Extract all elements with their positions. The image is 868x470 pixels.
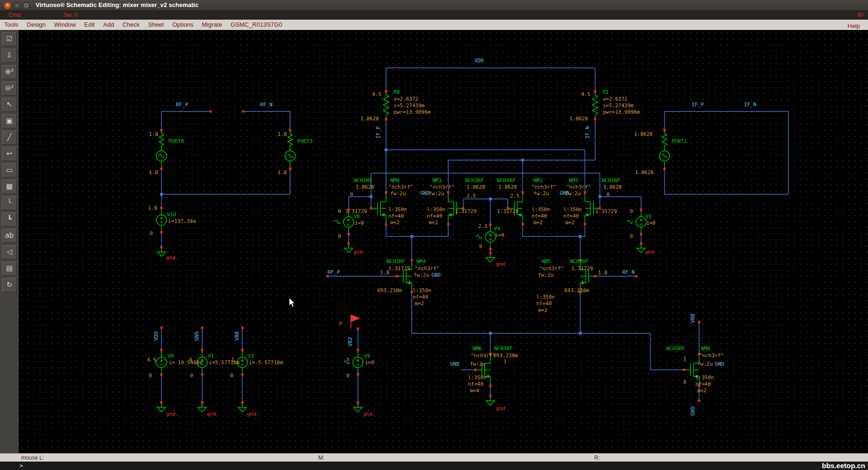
schematic-label: m=2 (533, 220, 543, 226)
schematic-label: NCH3RF (602, 177, 620, 184)
schematic-label: pwr=13.9096m (603, 109, 640, 115)
schematic-label: 4.5 (372, 91, 381, 97)
gnd-symbol (157, 402, 166, 412)
schematic-label: nf=40 (532, 213, 547, 219)
menu-options[interactable]: Options (168, 20, 197, 28)
check-and-save-tool-button[interactable]: ☑ (2, 32, 17, 46)
sine-icon (627, 220, 633, 224)
schematic-label: i=137.39a (168, 218, 196, 224)
menu-migrate[interactable]: Migrate (197, 20, 226, 28)
schematic-label: i=5.57718m (209, 360, 240, 366)
vsource-V3 (636, 209, 646, 235)
prompt-text[interactable]: > (20, 463, 23, 469)
menu-help[interactable]: Help (843, 21, 864, 29)
wire-junction (598, 195, 601, 198)
wire-name-tool-button[interactable]: ab (2, 229, 17, 243)
schematic-label: i=0 (495, 232, 504, 238)
schematic-label: V2 (248, 353, 254, 359)
zoom-in-tool-button[interactable]: ⊕² (2, 65, 17, 79)
schematic-canvas[interactable]: VDDRF_PRF_NIF_PIF_N4.5R0v=2.6372i=5.2743… (19, 30, 868, 453)
schematic-label: PORT0 (168, 138, 184, 144)
schematic-label: 1.8 (380, 270, 389, 276)
instance-tool-button[interactable]: ▤ (2, 262, 17, 276)
schematic-label: 693.238m (564, 287, 589, 294)
schematic-label: "nch3rf" (471, 352, 496, 359)
delete-tool-button[interactable]: ╱ (2, 131, 17, 145)
pin-marker (357, 328, 359, 330)
mouse-middle-binding: M: (318, 455, 324, 461)
schematic-label: 1.8 (149, 169, 158, 176)
flag-icon (351, 315, 360, 329)
schematic-label: 1.8 (148, 205, 157, 211)
schematic-label: 1.8628 (467, 184, 485, 190)
schematic-label: m=2 (697, 388, 707, 394)
schematic-label: i=0 (365, 360, 374, 366)
menu-edit[interactable]: Edit (80, 20, 99, 28)
wire-junction (370, 195, 372, 198)
schematic-label: NM0 (390, 177, 400, 184)
schematic-label: PORT3 (297, 138, 313, 144)
property-tool-button[interactable]: ▭ (2, 163, 17, 177)
schematic-label: m=2 (390, 220, 400, 226)
command-status-bar: Cmd: Sel: 0 90 (0, 10, 868, 20)
schematic-label: fw:2u (533, 191, 549, 197)
menu-design[interactable]: Design (22, 20, 50, 28)
menu-check[interactable]: Check (118, 20, 144, 28)
schematic-label: gnd. (166, 411, 179, 417)
schematic-label: nf=40 (413, 294, 428, 300)
menu-sheet[interactable]: Sheet (144, 20, 168, 28)
schematic-label: 2.5 (510, 193, 519, 199)
tool-palette: ☑⇩⊕²⊖²↖▣╱↩▭▦└┗ab◁▤↻ (0, 30, 19, 453)
pin-marker (160, 327, 163, 329)
schematic-label: 0 (683, 379, 686, 385)
schematic-label: i=5.27439m (394, 103, 425, 109)
maximize-button[interactable]: ▢ (22, 2, 30, 9)
schematic-label: VBB (690, 314, 696, 323)
gnd-symbol (157, 246, 166, 257)
schematic-label: GND (690, 406, 696, 416)
pin-marker (327, 275, 329, 278)
copy-tool-button[interactable]: ▣ (2, 114, 17, 128)
resistor-R0 (383, 90, 389, 121)
schematic-label: 0 (606, 191, 610, 198)
save-tool-button[interactable]: ⇩ (2, 49, 17, 63)
schematic-label: 3 (346, 357, 350, 363)
pin-tool-button[interactable]: ◁ (2, 245, 17, 259)
schematic-label: nf=40 (468, 381, 483, 387)
title-bar[interactable]: ✕ – ▢ Virtuoso® Schematic Editing: mixer… (0, 0, 868, 11)
magnify-tool-button[interactable]: ▦ (2, 180, 17, 194)
schematic-label: fw:2u (414, 272, 429, 278)
repeat-tool-button[interactable]: ↻ (2, 278, 17, 292)
sine-icon (335, 220, 340, 224)
wire-junction (160, 193, 163, 196)
schematic-label: V0 (168, 353, 174, 359)
schematic-label: fw:2u (697, 361, 713, 367)
schematic-label: GND (715, 361, 724, 367)
schematic-label: W (339, 320, 342, 326)
wire-narrow-tool-button[interactable]: └ (2, 196, 17, 210)
schematic-label: l:350n (532, 206, 550, 213)
minimize-button[interactable]: – (13, 2, 21, 9)
undo-tool-button[interactable]: ↩ (2, 147, 17, 161)
menu-add[interactable]: Add (99, 20, 118, 28)
zoom-out-tool-button[interactable]: ⊖² (2, 81, 17, 95)
wire-wide-tool-button[interactable]: ┗ (2, 213, 17, 227)
ciw-prompt-bar[interactable]: > (0, 462, 868, 470)
schematic-label: 0 (230, 373, 233, 379)
schematic-label: gnd. (207, 411, 219, 417)
pin-marker (698, 400, 700, 402)
menu-gsmc_r013s7g0[interactable]: GSMC_R013S7G0 (226, 20, 287, 28)
schematic-label: GND (450, 361, 460, 367)
schematic-label: 1.31729 (571, 265, 593, 272)
schematic-label: m=2 (565, 220, 575, 226)
close-button[interactable]: ✕ (4, 2, 11, 9)
schematic-label: gnd. (353, 249, 366, 255)
schematic-label: GND (431, 272, 441, 278)
menu-window[interactable]: Window (50, 20, 80, 28)
schematic-label: fw:2u (429, 191, 444, 197)
pin-marker (242, 110, 245, 113)
stretch-tool-button[interactable]: ↖ (2, 98, 17, 112)
schematic-label: VBB (234, 331, 240, 341)
menu-tools[interactable]: Tools (0, 20, 22, 28)
schematic-label: 1.8 (277, 169, 287, 176)
